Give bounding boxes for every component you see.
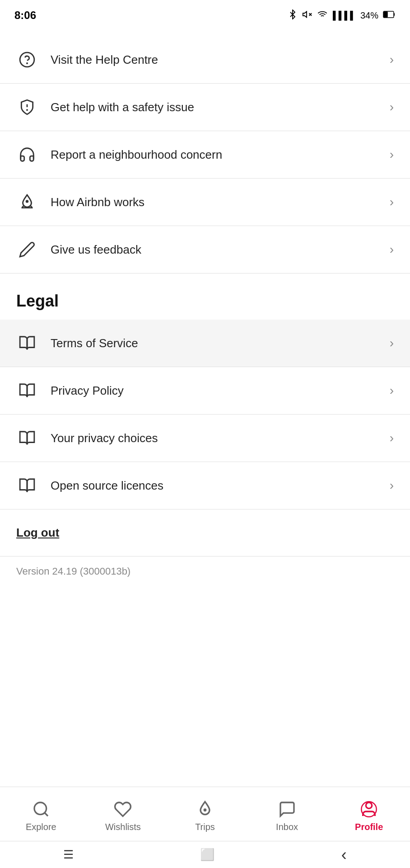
book-icon-privacy xyxy=(16,380,38,401)
chevron-right-icon-opensource: › xyxy=(390,478,394,493)
svg-rect-5 xyxy=(384,12,387,17)
menu-item-safety-issue[interactable]: Get help with a safety issue › xyxy=(0,84,410,131)
profile-icon xyxy=(359,799,379,819)
menu-label-safety-issue: Get help with a safety issue xyxy=(51,100,194,114)
legal-title: Legal xyxy=(16,292,59,310)
chevron-right-icon-2: › xyxy=(390,100,394,114)
bottom-nav: Explore Wishlists Trips Inbox xyxy=(0,787,410,841)
menu-item-privacy-policy[interactable]: Privacy Policy › xyxy=(0,367,410,415)
version-bar: Version 24.19 (3000013b) xyxy=(0,557,410,586)
menu-item-help-centre[interactable]: Visit the Help Centre › xyxy=(0,36,410,84)
nav-item-inbox[interactable]: Inbox xyxy=(246,799,328,832)
menu-label-terms: Terms of Service xyxy=(51,336,138,350)
chevron-right-icon-privacy: › xyxy=(390,383,394,398)
safety-shield-icon xyxy=(16,96,38,118)
svg-point-6 xyxy=(20,52,34,67)
status-icons: ▌▌▌▌ 34% xyxy=(288,9,396,22)
book-icon-terms xyxy=(16,332,38,354)
status-bar: 8:06 ▌▌▌▌ 34% xyxy=(0,0,410,27)
battery-text: 34% xyxy=(360,10,378,21)
version-text: Version 24.19 (3000013b) xyxy=(16,566,130,577)
android-home-button[interactable]: ⬜ xyxy=(200,848,214,862)
main-content: Visit the Help Centre › Get help with a … xyxy=(0,27,410,868)
logout-button[interactable]: Log out xyxy=(16,526,59,539)
airbnb-icon xyxy=(16,191,38,213)
inbox-icon xyxy=(277,799,297,819)
menu-item-terms[interactable]: Terms of Service › xyxy=(0,320,410,367)
nav-label-trips: Trips xyxy=(195,822,215,832)
menu-label-neighbourhood: Report a neighbourhood concern xyxy=(51,148,222,162)
headset-icon xyxy=(16,144,38,165)
chevron-right-icon-choices: › xyxy=(390,431,394,445)
nav-label-inbox: Inbox xyxy=(276,822,298,832)
menu-item-open-source[interactable]: Open source licences › xyxy=(0,462,410,509)
wifi-icon xyxy=(317,9,328,22)
svg-point-12 xyxy=(204,808,207,811)
signal-icon: ▌▌▌▌ xyxy=(333,11,356,20)
explore-icon xyxy=(31,799,51,819)
nav-label-explore: Explore xyxy=(26,822,56,832)
menu-label-privacy-choices: Your privacy choices xyxy=(51,431,158,445)
menu-item-neighbourhood[interactable]: Report a neighbourhood concern › xyxy=(0,131,410,179)
menu-label-open-source: Open source licences xyxy=(51,479,163,493)
chevron-right-icon-5: › xyxy=(390,242,394,257)
svg-point-13 xyxy=(366,802,372,808)
android-back-button[interactable]: ‹ xyxy=(341,845,347,864)
wishlist-icon xyxy=(113,799,133,819)
menu-item-privacy-choices[interactable]: Your privacy choices › xyxy=(0,415,410,462)
menu-list: Visit the Help Centre › Get help with a … xyxy=(0,36,410,274)
trips-icon xyxy=(195,799,215,819)
bluetooth-icon xyxy=(288,9,298,22)
menu-label-help-centre: Visit the Help Centre xyxy=(51,53,158,67)
chevron-right-icon-4: › xyxy=(390,195,394,209)
chevron-right-icon-3: › xyxy=(390,147,394,162)
battery-icon xyxy=(383,10,396,21)
logout-section: Log out xyxy=(0,509,410,557)
nav-label-profile: Profile xyxy=(355,822,383,832)
menu-label-feedback: Give us feedback xyxy=(51,243,141,257)
svg-marker-0 xyxy=(303,11,307,17)
status-time: 8:06 xyxy=(14,9,36,22)
book-icon-choices xyxy=(16,427,38,449)
menu-item-feedback[interactable]: Give us feedback › xyxy=(0,226,410,274)
android-menu-button[interactable]: ☰ xyxy=(63,848,74,862)
nav-item-trips[interactable]: Trips xyxy=(164,799,246,832)
nav-item-wishlists[interactable]: Wishlists xyxy=(82,799,164,832)
pencil-icon xyxy=(16,239,38,260)
nav-item-explore[interactable]: Explore xyxy=(0,799,82,832)
help-circle-icon xyxy=(16,49,38,71)
legal-section-header: Legal xyxy=(0,274,410,320)
mute-icon xyxy=(302,9,312,22)
svg-line-11 xyxy=(45,813,48,816)
chevron-right-icon: › xyxy=(390,52,394,67)
legal-list: Terms of Service › Privacy Policy › xyxy=(0,320,410,509)
menu-item-how-airbnb[interactable]: How Airbnb works › xyxy=(0,179,410,226)
book-icon-opensource xyxy=(16,475,38,496)
menu-label-how-airbnb: How Airbnb works xyxy=(51,195,144,209)
menu-label-privacy-policy: Privacy Policy xyxy=(51,384,124,398)
chevron-right-icon-terms: › xyxy=(390,336,394,350)
svg-point-10 xyxy=(34,802,47,815)
nav-item-profile[interactable]: Profile xyxy=(328,799,410,832)
nav-label-wishlists: Wishlists xyxy=(105,822,141,832)
android-nav-bar: ☰ ⬜ ‹ xyxy=(0,841,410,868)
